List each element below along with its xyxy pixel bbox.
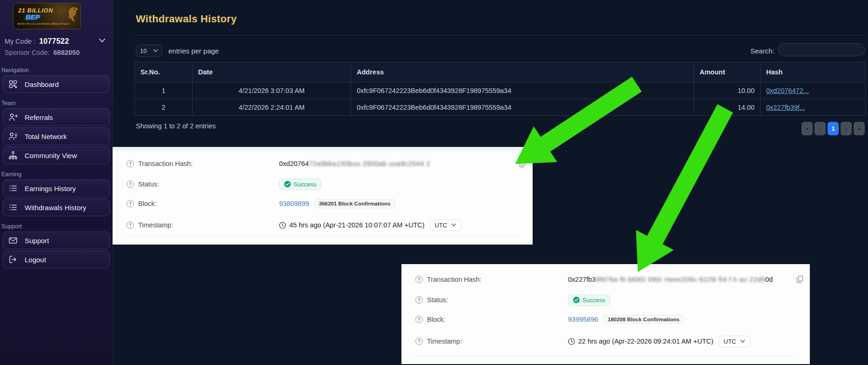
cell-address: 0xfc9F067242223Beb6d0f4343928F198975559a… (351, 82, 694, 99)
status-badge-text: Success (294, 181, 316, 188)
tx-timestamp-label: Timestamp: (138, 221, 173, 229)
help-icon: ? (127, 160, 134, 167)
tx-block-value: 93809899 366201 Block Confirmations (279, 199, 514, 208)
check-circle-icon (284, 181, 291, 187)
sidebar-item-logout[interactable]: Logout (3, 251, 110, 268)
block-confirmations-badge: 180208 Block Confirmations (603, 315, 684, 324)
block-number-link[interactable]: 93809899 (279, 200, 309, 207)
block-number-link[interactable]: 93995896 (568, 316, 598, 323)
tx-hash-blurred-text: 9fd76a f6 b690i 990r rteee209u 9229i ft4… (596, 276, 766, 283)
tx-hash-link[interactable]: 0x227fb39f... (766, 104, 805, 111)
sidebar-item-community-view[interactable]: Community View (3, 146, 110, 164)
status-badge-text: Success (582, 297, 605, 304)
sidebar-item-label: Referrals (25, 113, 53, 121)
timestamp-text: 45 hrs ago (Apr-21-2026 10:07:07 AM +UTC… (289, 221, 425, 229)
tx-hash-value: 0x227fb39fd76a f6 b690i 990r rteee209u 9… (568, 276, 791, 283)
withdrawals-table: Sr.No. Date Address Amount Hash 1 4/21/2… (134, 62, 866, 116)
copy-icon[interactable] (796, 276, 803, 284)
app-logo[interactable]: 21 BILLION BEP World's First 21-Level My… (13, 3, 81, 29)
sponsor-code-label: Sponsor Code: (5, 49, 50, 56)
tx-timestamp-value: 45 hrs ago (Apr-21-2026 10:07:07 AM +UTC… (279, 219, 514, 231)
help-icon: ? (127, 221, 134, 229)
col-header-date[interactable]: Date (193, 62, 351, 82)
col-header-address[interactable]: Address (351, 62, 694, 82)
tx-hash-value: 0xd2076472a9bba150buu 2600ab uua9c2544 2 (279, 160, 514, 167)
clock-icon (568, 338, 575, 345)
cell-hash: 0xd2076472... (761, 82, 866, 99)
sidebar-item-earnings-history[interactable]: Earnings History (3, 179, 110, 197)
clock-icon (279, 222, 286, 229)
help-icon: ? (415, 316, 423, 323)
sidebar-item-label: Total Network (25, 133, 67, 140)
tx-status-value: Success (568, 294, 791, 306)
sidebar-item-label: Community View (25, 152, 77, 159)
sidebar-item-label: Support (25, 237, 49, 245)
nav-section-team: Team (1, 100, 113, 106)
pagination-page-1-button[interactable]: 1 (828, 122, 839, 135)
cell-amount: 14.00 (694, 99, 761, 116)
tx-detail-panel-1: ? Transaction Hash: 0xd2076472a9bba150bu… (113, 147, 533, 245)
my-code: My Code : 1077522 (5, 37, 109, 46)
my-code-label: My Code : (5, 38, 35, 45)
help-icon: ? (127, 200, 134, 207)
table-header-row: Sr.No. Date Address Amount Hash (135, 62, 866, 82)
utc-timezone-select[interactable]: UTC (719, 336, 751, 347)
tx-status-row: ? Status: Success (401, 293, 810, 306)
tx-hash-link[interactable]: 0xd2076472... (766, 87, 809, 94)
col-header-srno[interactable]: Sr.No. (135, 62, 193, 82)
chevron-down-icon (740, 339, 745, 343)
dashboard-grid-icon (8, 80, 18, 89)
tx-status-value: Success (279, 179, 514, 190)
pagination-first-button[interactable]: « (801, 122, 813, 135)
help-icon: ? (415, 338, 423, 345)
sponsor-code: Sponsor Code: 6882050 (5, 49, 109, 56)
sidebar-item-withdrawals-history[interactable]: Withdrawals History (3, 199, 110, 216)
pagination-last-button[interactable]: » (854, 122, 865, 135)
entries-per-page-label: entries per page (168, 47, 219, 55)
app-root: 21 BILLION BEP World's First 21-Level My… (0, 0, 868, 365)
block-confirmations-badge: 366201 Block Confirmations (314, 199, 395, 208)
cell-date: 4/21/2026 3:07:03 AM (193, 82, 351, 99)
help-icon: ? (415, 296, 423, 304)
copy-icon[interactable] (519, 160, 526, 168)
tx-hash-text: 0xd20764 (279, 160, 309, 167)
sidebar-item-referrals[interactable]: Referrals (3, 108, 110, 126)
sidebar-item-total-network[interactable]: Total Network (3, 127, 110, 145)
cell-hash: 0x227fb39f... (761, 99, 866, 116)
entries-per-page-select[interactable]: 10 (136, 45, 162, 57)
tx-block-label: Block: (138, 200, 157, 207)
help-icon: ? (127, 180, 134, 188)
utc-label: UTC (435, 222, 447, 229)
cell-srno: 1 (135, 82, 193, 99)
table-row: 2 4/22/2026 2:24:01 AM 0xfc9F067242223Be… (135, 99, 866, 116)
tx-block-row: ? Block: 93809899 366201 Block Confirmat… (113, 197, 533, 210)
sidebar-item-label: Logout (25, 256, 46, 264)
tx-status-label: Status: (138, 180, 159, 188)
pagination: « ‹ 1 › » (801, 122, 865, 135)
search-input[interactable] (778, 43, 865, 56)
check-circle-icon (573, 297, 580, 303)
tx-hash-row: ? Transaction Hash: 0xd2076472a9bba150bu… (113, 157, 533, 170)
sidebar-item-dashboard[interactable]: Dashboard (3, 75, 110, 93)
tx-block-value: 93995896 180208 Block Confirmations (568, 315, 791, 324)
status-badge: Success (568, 294, 610, 306)
tx-status-row: ? Status: Success (113, 178, 533, 191)
tx-block-label: Block: (427, 316, 446, 323)
chevron-down-icon[interactable] (99, 38, 106, 43)
title-divider (134, 35, 865, 35)
timestamp-text: 22 hrs ago (Apr-22-2026 09:24:01 AM +UTC… (578, 338, 714, 345)
col-header-hash[interactable]: Hash (761, 62, 866, 82)
col-header-amount[interactable]: Amount (694, 62, 761, 82)
tx-detail-panel-2: ? Transaction Hash: 0x227fb39fd76a f6 b6… (401, 264, 810, 364)
pagination-prev-button[interactable]: ‹ (815, 122, 826, 135)
cell-srno: 2 (135, 99, 193, 116)
eagle-logo-icon (59, 5, 80, 26)
pagination-next-button[interactable]: › (841, 122, 852, 135)
utc-timezone-select[interactable]: UTC (430, 219, 462, 231)
sponsor-code-value: 6882050 (53, 49, 80, 56)
table-row: 1 4/21/2026 3:07:03 AM 0xfc9F067242223Be… (135, 82, 866, 99)
help-icon: ? (415, 276, 423, 283)
tx-hash-suffix: 0d (765, 276, 773, 283)
showing-entries-text: Showing 1 to 2 of 2 entries (136, 122, 216, 130)
sidebar-item-support[interactable]: Support (3, 232, 110, 249)
